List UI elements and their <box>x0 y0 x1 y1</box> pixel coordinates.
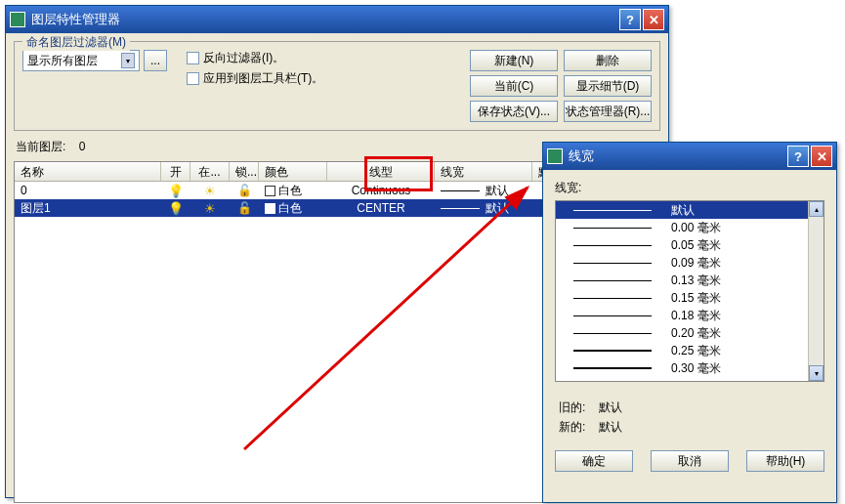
list-item-label: 0.15 毫米 <box>671 290 816 307</box>
titlebar[interactable]: 线宽 ? ✕ <box>543 143 836 170</box>
cell-lineweight[interactable]: 默认 <box>435 199 532 218</box>
current-layer-label: 当前图层: <box>16 140 65 153</box>
bulb-icon[interactable]: 💡 <box>161 183 190 199</box>
list-item[interactable]: 0.25 毫米 <box>556 342 824 359</box>
sun-icon[interactable]: ☀ <box>190 183 230 199</box>
current-layer-value: 0 <box>79 140 86 153</box>
cell-linetype[interactable]: Continuous <box>327 183 435 198</box>
list-item[interactable]: 0.30 毫米 <box>556 359 824 377</box>
scroll-up-icon[interactable]: ▴ <box>809 201 824 217</box>
delete-button[interactable]: 删除 <box>564 50 652 71</box>
cell-color[interactable]: 白色 <box>259 182 327 200</box>
new-value: 默认 <box>599 420 622 434</box>
lineweight-list[interactable]: 默认0.00 毫米0.05 毫米0.09 毫米0.13 毫米0.15 毫米0.1… <box>555 200 824 382</box>
chevron-down-icon: ▾ <box>121 53 135 68</box>
lineweight-window: 线宽 ? ✕ 线宽: 默认0.00 毫米0.05 毫米0.09 毫米0.13 毫… <box>542 142 837 503</box>
close-button[interactable]: ✕ <box>811 146 832 167</box>
cell-name: 图层1 <box>15 199 161 218</box>
old-label: 旧的: <box>559 400 585 414</box>
save-state-button[interactable]: 保存状态(V)... <box>470 101 558 122</box>
lineweight-sample-icon <box>573 315 671 316</box>
lineweight-sample-icon <box>573 298 671 299</box>
list-item-label: 0.20 毫米 <box>671 325 816 342</box>
bulb-icon[interactable]: 💡 <box>161 200 190 217</box>
cell-linetype[interactable]: CENTER <box>327 200 435 216</box>
lineweight-sample-icon <box>573 228 671 229</box>
col-freeze[interactable]: 在... <box>190 162 230 181</box>
lineweight-sample-icon <box>573 263 671 264</box>
col-lineweight[interactable]: 线宽 <box>435 162 532 181</box>
lineweight-sample-icon <box>573 245 671 246</box>
scroll-down-icon[interactable]: ▾ <box>809 365 824 381</box>
titlebar[interactable]: 图层特性管理器 ? ✕ <box>6 6 668 33</box>
list-item-label: 0.09 毫米 <box>671 255 816 272</box>
col-name[interactable]: 名称 <box>15 162 161 181</box>
app-icon <box>10 12 25 27</box>
filter-group: 命名图层过滤器(M) 显示所有图层 ▾ ... 反向过滤器(I)。 应用到图层工… <box>14 41 660 131</box>
old-value: 默认 <box>599 400 622 414</box>
list-item[interactable]: 0.15 毫米 <box>556 289 824 307</box>
list-item-label: 0.25 毫米 <box>671 343 816 359</box>
new-label: 新的: <box>559 420 585 434</box>
apply-toolbar-checkbox[interactable] <box>187 72 199 85</box>
list-item-label: 0.00 毫米 <box>671 220 816 236</box>
invert-filter-label: 反向过滤器(I)。 <box>203 50 284 66</box>
list-item[interactable]: 0.09 毫米 <box>556 254 824 272</box>
lineweight-sample-icon <box>573 280 671 281</box>
list-item-label: 0.13 毫米 <box>671 273 816 289</box>
lock-icon[interactable]: 🔓 <box>230 200 259 216</box>
list-item[interactable]: 0.05 毫米 <box>556 236 824 254</box>
lineweight-sample-icon <box>573 367 671 369</box>
cell-name: 0 <box>15 183 161 198</box>
list-item[interactable]: 0.00 毫米 <box>556 219 824 236</box>
lineweight-info: 旧的: 默认 新的: 默认 <box>559 398 821 437</box>
col-lock[interactable]: 锁... <box>230 162 259 181</box>
filter-legend: 命名图层过滤器(M) <box>22 34 130 51</box>
scrollbar[interactable]: ▴ ▾ <box>808 201 824 381</box>
window-title: 图层特性管理器 <box>31 11 617 28</box>
current-button[interactable]: 当前(C) <box>470 75 558 97</box>
close-button[interactable]: ✕ <box>643 9 664 30</box>
filter-browse-button[interactable]: ... <box>144 50 167 71</box>
help-button[interactable]: ? <box>619 9 641 30</box>
new-button[interactable]: 新建(N) <box>470 50 558 71</box>
lineweight-sample-icon <box>573 210 671 211</box>
app-icon <box>547 148 563 164</box>
col-on[interactable]: 开 <box>161 162 190 181</box>
cell-color[interactable]: 白色 <box>259 199 327 218</box>
help-button[interactable]: 帮助(H) <box>746 450 824 472</box>
ok-button[interactable]: 确定 <box>555 450 633 472</box>
cell-lineweight[interactable]: 默认 <box>435 182 532 200</box>
lineweight-label: 线宽: <box>555 180 824 196</box>
list-item[interactable]: 0.13 毫米 <box>556 272 824 289</box>
state-manager-button[interactable]: 状态管理器(R)... <box>564 101 652 122</box>
cancel-button[interactable]: 取消 <box>651 450 729 472</box>
show-detail-button[interactable]: 显示细节(D) <box>564 75 652 97</box>
list-item-label: 0.30 毫米 <box>671 360 816 377</box>
filter-combo[interactable]: 显示所有图层 ▾ <box>22 50 140 71</box>
lineweight-sample-icon <box>573 350 671 352</box>
filter-combo-value: 显示所有图层 <box>27 53 98 69</box>
list-item[interactable]: 0.18 毫米 <box>556 307 824 324</box>
col-color[interactable]: 颜色 <box>259 162 327 181</box>
window-title: 线宽 <box>569 147 785 165</box>
list-item-label: 0.05 毫米 <box>671 237 816 254</box>
col-linetype[interactable]: 线型 <box>327 162 435 181</box>
apply-toolbar-label: 应用到图层工具栏(T)。 <box>203 70 323 87</box>
lineweight-sample-icon <box>573 333 671 334</box>
list-item[interactable]: 默认 <box>556 201 824 219</box>
list-item-label: 0.18 毫米 <box>671 308 816 324</box>
sun-icon[interactable]: ☀ <box>190 200 230 217</box>
invert-filter-checkbox[interactable] <box>187 52 199 64</box>
list-item-label: 默认 <box>671 202 816 219</box>
help-button[interactable]: ? <box>787 146 809 167</box>
lock-icon[interactable]: 🔓 <box>230 183 259 198</box>
list-item[interactable]: 0.20 毫米 <box>556 324 824 342</box>
